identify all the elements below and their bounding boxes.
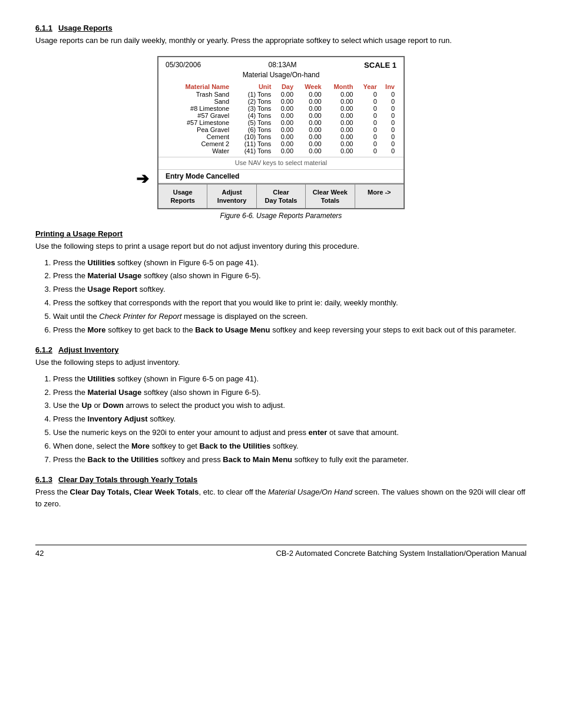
table-row: Trash Sand (1) Tons 0.00 0.00 0.00 0 0 (166, 91, 396, 98)
screen-scale: SCALE 1 (364, 61, 396, 70)
step-612-7: Press the Back to the Utilities softkey … (53, 454, 527, 466)
screen-time: 08:13AM (269, 61, 297, 69)
printing-step-2: Press the Material Usage softkey (also s… (53, 270, 527, 282)
softkey-usage-reports[interactable]: UsageReports (158, 185, 207, 209)
page-number: 42 (35, 549, 44, 558)
col-unit: Unit (231, 83, 273, 91)
section-612: 6.1.2 Adjust Inventory Use the following… (35, 345, 527, 466)
printing-step-1: Press the Utilities softkey (shown in Fi… (53, 257, 527, 269)
section-612-steps: Press the Utilities softkey (shown in Fi… (53, 373, 527, 466)
table-row: Cement 2 (11) Tons 0.00 0.00 0.00 0 0 (166, 140, 396, 147)
table-row: Pea Gravel (6) Tons 0.00 0.00 0.00 0 0 (166, 126, 396, 133)
step-612-6: When done, select the More softkey to ge… (53, 440, 527, 453)
section-612-number: 6.1.2 (35, 345, 52, 354)
footer: 42 CB-2 Automated Concrete Batching Syst… (35, 545, 527, 558)
printing-intro: Use the following steps to print a usage… (35, 241, 527, 252)
table-header-row: Material Name Unit Day Week Month Year I… (166, 83, 396, 91)
table-row: Sand (2) Tons 0.00 0.00 0.00 0 0 (166, 98, 396, 105)
printing-title: Printing a Usage Report (35, 229, 527, 238)
arrow-indicator: ➔ (136, 170, 149, 188)
step-612-4: Press the Inventory Adjust softkey. (53, 413, 527, 426)
col-week: Week (295, 83, 323, 91)
nav-hint: Use NAV keys to select material (158, 157, 404, 168)
printing-steps: Press the Utilities softkey (shown in Fi… (53, 257, 527, 337)
printing-step-5: Wait until the Check Printer for Report … (53, 311, 527, 323)
printing-step-6: Press the More softkey to get back to th… (53, 324, 527, 337)
section-612-header: 6.1.2 Adjust Inventory (35, 345, 527, 354)
col-year: Year (355, 83, 378, 91)
col-inv: Inv (379, 83, 396, 91)
table-row: Water (41) Tons 0.00 0.00 0.00 0 0 (166, 147, 396, 154)
step-612-2: Press the Material Usage softkey (also s… (53, 387, 527, 399)
screen-table-area: Material Name Unit Day Week Month Year I… (158, 81, 404, 157)
screen-date: 05/30/2006 (166, 61, 201, 69)
table-row: #8 Limestone (3) Tons 0.00 0.00 0.00 0 0 (166, 105, 396, 112)
section-613-title: Clear Day Totals through Yearly Totals (58, 475, 197, 484)
step-612-1: Press the Utilities softkey (shown in Fi… (53, 373, 527, 386)
figure-container: ➔ 05/30/2006 08:13AM SCALE 1 Material Us… (35, 56, 527, 210)
section-613: 6.1.3 Clear Day Totals through Yearly To… (35, 475, 527, 509)
footer-text: CB-2 Automated Concrete Batching System … (276, 549, 527, 558)
printing-step-4: Press the softkey that corresponds with … (53, 297, 527, 309)
section-612-title: Adjust Inventory (58, 345, 119, 354)
table-row: Cement (10) Tons 0.00 0.00 0.00 0 0 (166, 133, 396, 140)
softkey-adjust-inventory[interactable]: AdjustInventory (207, 185, 256, 209)
softkey-row: UsageReports AdjustInventory ClearDay To… (158, 183, 404, 209)
section-611-title: Usage Reports (58, 24, 113, 32)
softkey-clear-week-totals[interactable]: Clear WeekTotals (306, 185, 355, 209)
screen-header: 05/30/2006 08:13AM SCALE 1 (158, 57, 404, 71)
printing-step-3: Press the Usage Report softkey. (53, 284, 527, 296)
screen-title: Material Usage/On-hand (158, 71, 404, 81)
entry-mode: Entry Mode Cancelled (158, 169, 404, 183)
section-612-intro: Use the following steps to adjust invent… (35, 357, 527, 368)
screen-table: Material Name Unit Day Week Month Year I… (166, 83, 396, 154)
table-row: #57 Limestone (5) Tons 0.00 0.00 0.00 0 … (166, 119, 396, 126)
step-612-5: Use the numeric keys on the 920i to ente… (53, 427, 527, 439)
section-611-header: 6.1.1 Usage Reports (35, 24, 527, 32)
section-611-number: 6.1.1 (35, 24, 52, 32)
section-613-header: 6.1.3 Clear Day Totals through Yearly To… (35, 475, 527, 484)
section-613-intro: Press the Clear Day Totals, Clear Week T… (35, 486, 527, 509)
section-611-intro: Usage reports can be run daily weekly, m… (35, 35, 527, 47)
section-613-number: 6.1.3 (35, 475, 52, 484)
step-612-3: Use the Up or Down arrows to select the … (53, 400, 527, 412)
figure-caption: Figure 6-6. Usage Reports Parameters (35, 212, 527, 220)
softkey-clear-day-totals[interactable]: ClearDay Totals (257, 185, 306, 209)
col-day: Day (273, 83, 295, 91)
section-printing: Printing a Usage Report Use the followin… (35, 229, 527, 336)
page-wrapper: 6.1.1 Usage Reports Usage reports can be… (35, 24, 527, 728)
softkey-more[interactable]: More -> (355, 185, 404, 209)
col-material: Material Name (166, 83, 231, 91)
table-row: #57 Gravel (4) Tons 0.00 0.00 0.00 0 0 (166, 112, 396, 119)
section-611: 6.1.1 Usage Reports Usage reports can be… (35, 24, 527, 220)
col-month: Month (323, 83, 355, 91)
screen-box: 05/30/2006 08:13AM SCALE 1 Material Usag… (157, 56, 405, 210)
